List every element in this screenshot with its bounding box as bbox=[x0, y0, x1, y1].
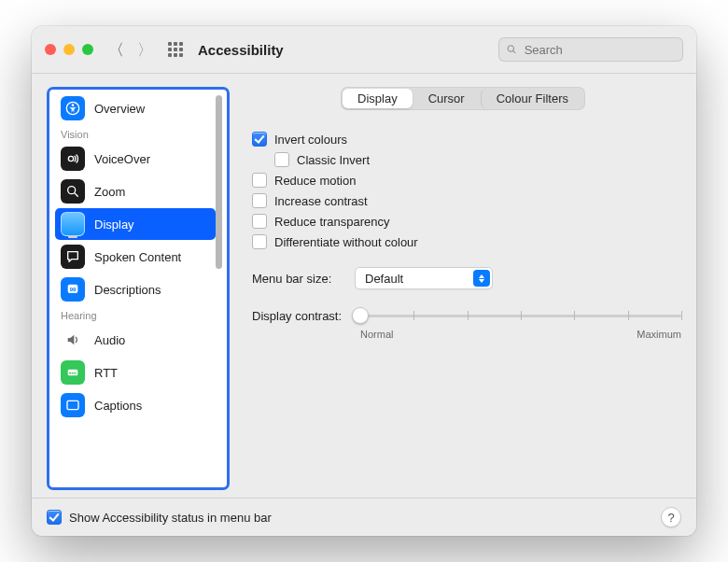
window-body: Overview Vision VoiceOver Zoom bbox=[32, 74, 696, 498]
nav-buttons: 〈 〉 bbox=[108, 42, 153, 58]
checkbox-classic-invert[interactable]: Classic Invert bbox=[274, 149, 681, 170]
checkbox-reduce-motion[interactable]: Reduce motion bbox=[252, 170, 681, 190]
chevron-up-down-icon bbox=[473, 270, 490, 287]
sidebar-item-label: Audio bbox=[94, 333, 125, 347]
slider-knob[interactable] bbox=[352, 307, 369, 324]
speech-bubble-icon bbox=[61, 245, 85, 269]
sidebar-scrollbar[interactable] bbox=[216, 95, 222, 269]
display-icon bbox=[61, 212, 85, 236]
checkbox-icon bbox=[252, 173, 267, 188]
sidebar-group-vision: Vision bbox=[51, 125, 225, 142]
window-footer: Show Accessibility status in menu bar ? bbox=[32, 498, 696, 536]
sidebar-item-audio[interactable]: Audio bbox=[55, 324, 219, 356]
checkbox-label: Show Accessibility status in menu bar bbox=[69, 511, 272, 525]
main-pane: Display Cursor Colour Filters Invert col… bbox=[245, 87, 681, 490]
svg-rect-8 bbox=[72, 372, 74, 373]
svg-rect-9 bbox=[74, 372, 76, 373]
checkbox-icon bbox=[252, 214, 267, 229]
checkbox-label: Classic Invert bbox=[297, 153, 370, 167]
checkbox-show-status[interactable]: Show Accessibility status in menu bar bbox=[47, 510, 272, 525]
minimize-window-button[interactable] bbox=[63, 44, 75, 55]
menu-bar-size-select[interactable]: Default bbox=[355, 267, 493, 289]
tab-bar: Display Cursor Colour Filters bbox=[341, 87, 585, 110]
slider-max-label: Maximum bbox=[637, 329, 681, 340]
checkbox-icon bbox=[252, 132, 267, 147]
close-window-button[interactable] bbox=[45, 44, 56, 55]
tab-colour-filters[interactable]: Colour Filters bbox=[481, 89, 583, 108]
sidebar-item-rtt[interactable]: RTT bbox=[55, 357, 219, 388]
accessibility-icon bbox=[61, 96, 85, 120]
zoom-icon bbox=[61, 179, 85, 204]
checkbox-icon bbox=[274, 152, 289, 167]
checkbox-reduce-transparency[interactable]: Reduce transparency bbox=[252, 211, 681, 232]
sidebar-item-display[interactable]: Display bbox=[55, 208, 216, 240]
window-title: Accessibility bbox=[198, 42, 284, 58]
sidebar-item-overview[interactable]: Overview bbox=[55, 92, 219, 124]
checkbox-invert-colours[interactable]: Invert colours bbox=[252, 129, 681, 149]
sidebar-item-label: VoiceOver bbox=[94, 152, 150, 166]
back-button[interactable]: 〈 bbox=[108, 42, 124, 58]
slider-min-label: Normal bbox=[360, 329, 393, 340]
sidebar-item-zoom[interactable]: Zoom bbox=[55, 176, 219, 207]
menu-bar-size-label: Menu bar size: bbox=[252, 272, 345, 286]
checkbox-label: Reduce motion bbox=[274, 174, 356, 188]
tab-display[interactable]: Display bbox=[343, 89, 413, 108]
select-value: Default bbox=[365, 272, 464, 286]
svg-point-1 bbox=[72, 104, 75, 106]
sidebar-item-label: Captions bbox=[94, 399, 142, 413]
checkbox-increase-contrast[interactable]: Increase contrast bbox=[252, 190, 681, 211]
sidebar-item-label: Spoken Content bbox=[94, 250, 181, 264]
sidebar-item-label: Overview bbox=[94, 102, 145, 116]
sidebar-item-label: RTT bbox=[94, 366, 118, 380]
zoom-window-button[interactable] bbox=[82, 44, 93, 55]
captions-icon bbox=[61, 393, 85, 417]
help-button[interactable]: ? bbox=[661, 507, 681, 527]
sidebar-item-label: Zoom bbox=[94, 185, 125, 199]
display-contrast-slider[interactable] bbox=[360, 306, 681, 325]
traffic-lights bbox=[45, 44, 93, 55]
speaker-icon bbox=[61, 328, 85, 352]
display-contrast-label: Display contrast: bbox=[252, 309, 351, 323]
window-toolbar: 〈 〉 Accessibility bbox=[32, 26, 696, 74]
descriptions-icon: 99 bbox=[61, 277, 85, 302]
checkbox-label: Invert colours bbox=[274, 133, 347, 147]
search-icon bbox=[507, 44, 517, 55]
display-contrast-row: Display contrast: Normal bbox=[252, 306, 681, 340]
voiceover-icon bbox=[61, 147, 85, 171]
sidebar-item-descriptions[interactable]: 99 Descriptions bbox=[55, 274, 219, 305]
show-all-icon[interactable] bbox=[168, 42, 183, 57]
svg-point-2 bbox=[68, 156, 73, 161]
sidebar-item-label: Descriptions bbox=[94, 283, 161, 297]
menu-bar-size-row: Menu bar size: Default bbox=[252, 267, 681, 289]
checkbox-icon bbox=[252, 234, 267, 249]
slider-caption: Normal Maximum bbox=[360, 329, 681, 340]
preferences-window: 〈 〉 Accessibility Overview Vision bbox=[32, 26, 696, 536]
checkbox-label: Differentiate without colour bbox=[274, 235, 418, 249]
checkbox-icon bbox=[47, 510, 62, 525]
svg-text:99: 99 bbox=[70, 287, 77, 292]
sidebar-item-voiceover[interactable]: VoiceOver bbox=[55, 143, 219, 175]
checkbox-differentiate-without-colour[interactable]: Differentiate without colour bbox=[252, 232, 681, 252]
options-group: Invert colours Classic Invert Reduce mot… bbox=[252, 129, 681, 252]
tab-cursor[interactable]: Cursor bbox=[413, 89, 480, 108]
svg-rect-7 bbox=[69, 372, 71, 373]
sidebar-item-label: Display bbox=[94, 218, 134, 232]
checkbox-label: Increase contrast bbox=[274, 194, 368, 208]
sidebar-group-hearing: Hearing bbox=[51, 306, 225, 323]
checkbox-icon bbox=[252, 193, 267, 208]
search-input[interactable] bbox=[523, 42, 675, 58]
forward-button[interactable]: 〉 bbox=[137, 42, 153, 58]
rtt-icon bbox=[61, 360, 85, 385]
svg-rect-10 bbox=[67, 400, 78, 409]
search-field[interactable] bbox=[498, 37, 683, 62]
checkbox-label: Reduce transparency bbox=[274, 215, 390, 229]
sidebar-item-captions[interactable]: Captions bbox=[55, 389, 219, 421]
sidebar-item-spoken-content[interactable]: Spoken Content bbox=[55, 241, 219, 273]
svg-point-3 bbox=[68, 187, 76, 194]
sidebar: Overview Vision VoiceOver Zoom bbox=[47, 87, 230, 490]
